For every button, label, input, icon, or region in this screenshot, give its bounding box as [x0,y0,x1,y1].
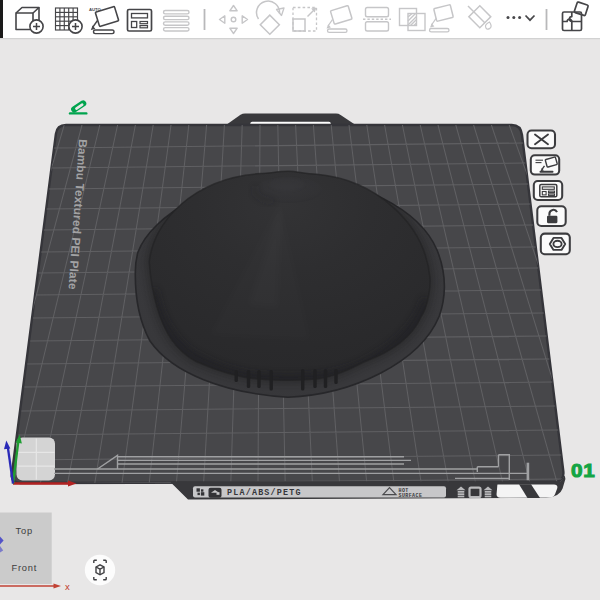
svg-text:Front: Front [12,563,38,573]
svg-text:01: 01 [571,461,595,481]
svg-text:Top: Top [16,526,33,536]
svg-text:x: x [65,581,70,592]
svg-text:PLA/ABS/PETG: PLA/ABS/PETG [227,488,302,498]
svg-text:SURFACE: SURFACE [399,493,423,499]
svg-text:AUTO: AUTO [89,7,102,12]
